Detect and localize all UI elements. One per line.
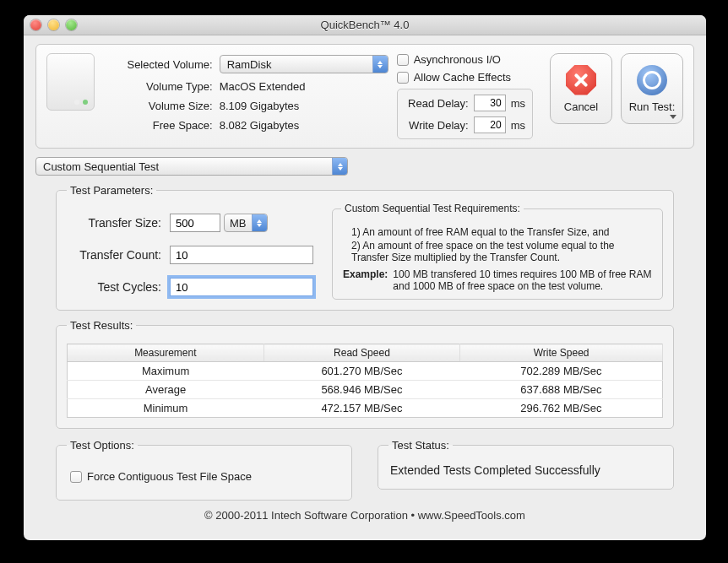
col-write-speed: Write Speed [460,344,663,362]
app-window: QuickBench™ 4.0 Selected Volume: RamDisk… [24,15,706,540]
test-cycles-input[interactable] [170,278,313,296]
run-label: Run Test: [629,100,676,113]
requirements-title: Custom Sequential Test Requirements: [341,203,524,214]
read-delay-input[interactable] [474,95,506,111]
volume-type-label: Volume Type: [110,80,220,93]
volume-size-label: Volume Size: [110,100,220,112]
window-title: QuickBench™ 4.0 [24,19,706,31]
ms-label-2: ms [511,119,525,132]
cancel-icon [566,65,596,95]
transfer-size-input[interactable] [170,214,220,232]
transfer-count-label: Transfer Count: [70,248,170,262]
cancel-button[interactable]: Cancel [550,53,612,124]
volume-panel: Selected Volume: RamDisk Volume Type: Ma… [35,44,694,149]
col-measurement: Measurement [68,344,264,362]
test-cycles-label: Test Cycles: [70,280,170,294]
read-delay-label: Read Delay: [405,97,474,110]
titlebar[interactable]: QuickBench™ 4.0 [24,15,706,35]
async-io-label: Asynchronous I/O [414,53,501,66]
requirement-2: 2) An amount of free space on the test v… [351,240,652,263]
example-text: 100 MB transfered 10 times requires 100 … [393,268,652,292]
test-mode-value: Custom Sequential Test [43,160,327,173]
table-row: Maximum601.270 MB/Sec702.289 MB/Sec [68,362,663,381]
force-contiguous-label: Force Contiguous Test File Space [87,470,252,483]
chevron-down-icon [670,115,676,119]
delay-box: Read Delay: ms Write Delay: ms [397,89,533,139]
example-label: Example: [343,268,388,292]
drive-icon [46,53,95,111]
volume-size-value: 8.109 Gigabytes [220,100,300,112]
test-options-group: Test Options: Force Contiguous Test File… [56,439,352,501]
transfer-size-unit-select[interactable]: MB [224,214,268,232]
selected-volume-label: Selected Volume: [110,58,220,71]
stopwatch-icon [637,65,667,95]
chevron-updown-icon [252,214,267,231]
table-row: Average568.946 MB/Sec637.688 MB/Sec [68,381,663,399]
col-read-speed: Read Speed [263,344,460,362]
free-space-label: Free Space: [110,119,220,132]
selected-volume-select[interactable]: RamDisk [220,55,388,73]
volume-type-value: MacOS Extended [220,80,306,93]
test-results-group: Test Results: Measurement Read Speed Wri… [56,319,674,429]
cache-effects-label: Allow Cache Effects [414,71,511,84]
results-table: Measurement Read Speed Write Speed Maxim… [67,344,663,418]
write-delay-input[interactable] [474,116,506,133]
test-results-legend: Test Results: [67,319,136,332]
test-status-group: Test Status: Extended Tests Completed Su… [378,439,674,490]
test-status-legend: Test Status: [388,439,453,452]
transfer-size-unit-value: MB [230,217,247,230]
write-delay-label: Write Delay: [405,119,474,132]
chevron-updown-icon [372,56,388,73]
test-status-text: Extended Tests Completed Successfully [388,460,663,480]
table-row: Minimum472.157 MB/Sec296.762 MB/Sec [68,399,663,418]
free-space-value: 8.082 Gigabytes [220,119,300,132]
run-test-button[interactable]: Run Test: [621,53,683,124]
test-mode-select[interactable]: Custom Sequential Test [35,157,348,176]
cache-effects-checkbox[interactable] [397,72,409,84]
chevron-updown-icon [332,158,347,175]
async-io-checkbox[interactable] [397,54,409,66]
test-parameters-legend: Test Parameters: [67,184,156,197]
ms-label: ms [511,97,525,110]
transfer-count-input[interactable] [170,246,313,264]
transfer-size-label: Transfer Size: [70,216,170,230]
force-contiguous-checkbox[interactable] [70,471,82,483]
test-parameters-group: Test Parameters: Transfer Size: MB [56,184,674,311]
cancel-label: Cancel [564,100,598,113]
requirements-box: Custom Sequential Test Requirements: 1) … [332,208,663,300]
requirement-1: 1) An amount of free RAM equal to the Tr… [351,226,652,238]
selected-volume-value: RamDisk [227,58,367,71]
test-options-legend: Test Options: [67,439,138,452]
footer-text: © 2000-2011 Intech Software Corporation … [35,509,694,522]
